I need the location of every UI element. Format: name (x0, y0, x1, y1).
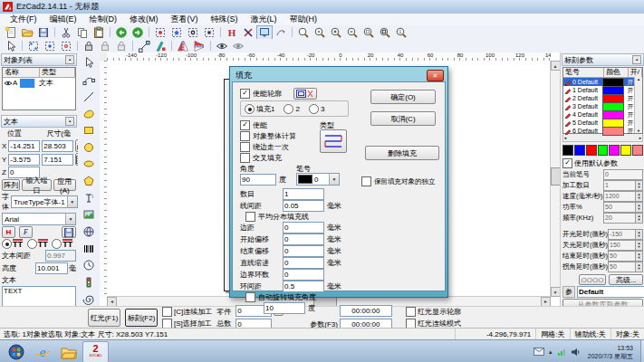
orientation-radio[interactable] (27, 239, 37, 249)
tools-cross-icon[interactable] (240, 25, 256, 40)
save-font-button[interactable] (62, 226, 76, 238)
param-value-field[interactable]: 50▲▼ (603, 202, 643, 213)
param-value-field[interactable]: 50▲▼ (608, 262, 643, 272)
field-input[interactable] (283, 200, 324, 212)
zoom-page-icon[interactable]: 1 (393, 25, 409, 40)
y-size-field[interactable] (42, 154, 73, 166)
param-value-field[interactable]: 0 (603, 169, 643, 180)
cut-icon[interactable] (58, 25, 74, 40)
color-swatch-3[interactable] (598, 145, 609, 156)
save-icon[interactable] (35, 25, 52, 40)
spinner-icon[interactable]: ▲▼ (635, 192, 642, 201)
bold-button[interactable]: H (2, 226, 15, 238)
enable-fill-checkbox[interactable] (240, 120, 250, 130)
undo-icon[interactable] (113, 25, 130, 40)
option-checkbox[interactable] (245, 212, 255, 222)
param-value-field[interactable]: 150▲▼ (608, 240, 643, 251)
polygon-icon[interactable] (80, 173, 98, 190)
field-input[interactable] (283, 188, 324, 200)
x-position-field[interactable] (8, 140, 40, 152)
zoom-window-icon[interactable] (295, 25, 312, 40)
rectangle-icon[interactable] (80, 122, 98, 139)
zoom-move-icon[interactable] (312, 25, 328, 40)
taskbar-clock[interactable]: 13:53 2020/7/3 星期五 (584, 344, 637, 360)
orientation-radio[interactable] (52, 239, 62, 249)
delay-icon[interactable] (80, 257, 98, 274)
eye-icon[interactable] (4, 80, 13, 87)
spinner-icon[interactable]: ▲▼ (635, 252, 642, 261)
pick-object-icon[interactable] (152, 39, 168, 53)
mark-dots-2-icon[interactable] (168, 25, 185, 40)
color-swatch-4[interactable] (609, 145, 620, 156)
y-position-field[interactable] (8, 154, 40, 166)
param-value-field[interactable]: 1200▲▼ (603, 191, 643, 202)
tray-arrow-icon[interactable]: ▲ (548, 349, 553, 355)
field-input[interactable] (283, 281, 324, 292)
pen-row-6[interactable]: 6 Default开 (563, 127, 642, 135)
scroll-down-icon[interactable]: ▼ (551, 287, 561, 297)
color-swatch-6[interactable] (632, 145, 643, 156)
tray-volume-icon[interactable] (571, 348, 581, 357)
mark-button[interactable]: 标刻(F2) (125, 309, 158, 327)
close-icon[interactable]: ✕ (427, 70, 444, 81)
param-value-field[interactable]: 50▲▼ (608, 251, 643, 262)
tray-message-icon[interactable] (533, 348, 544, 356)
eye-hide-icon[interactable] (230, 39, 246, 53)
internet-explorer-icon[interactable]: e (30, 342, 54, 362)
field-input[interactable] (264, 302, 305, 314)
file-explorer-icon[interactable] (56, 342, 81, 362)
text-orientation-option-2[interactable]: TT (52, 239, 76, 249)
field-input[interactable] (283, 233, 324, 245)
spinner-icon[interactable]: ▲▼ (635, 214, 642, 223)
option-checkbox[interactable] (245, 292, 255, 302)
open-icon[interactable] (19, 25, 35, 40)
curve-icon[interactable] (80, 105, 98, 122)
lock-2-icon[interactable] (97, 39, 113, 53)
bitmap-icon[interactable] (80, 206, 98, 224)
zoom-in-icon[interactable] (328, 25, 344, 40)
fill3-radio[interactable] (309, 104, 319, 114)
font-type-select[interactable]: TrueType字体-1 ▼ (11, 195, 78, 208)
hatch-h-icon[interactable]: H (224, 25, 240, 40)
column-type[interactable]: 类型 (40, 68, 75, 78)
panel-pin-icon[interactable]: ▪ (65, 55, 74, 64)
taskbar-ezcad-app[interactable]: 2 EZCAD (82, 341, 109, 362)
ok-button[interactable]: 确定(O) (370, 90, 436, 104)
redo-icon[interactable] (130, 25, 146, 40)
show-contour-checkbox[interactable] (406, 307, 416, 317)
walk-edge-checkbox[interactable] (240, 142, 250, 152)
select-cursor-icon[interactable] (3, 39, 19, 53)
apply-params-button[interactable]: OOOO (579, 274, 606, 285)
delete-fill-button[interactable]: 删除填充 (365, 146, 439, 160)
column-name[interactable]: 名称 (3, 68, 40, 78)
x-size-field[interactable] (42, 140, 73, 152)
text-orientation-option-0[interactable]: TT (2, 239, 26, 249)
spinner-icon[interactable]: ▲▼ (635, 181, 642, 190)
pen-no-select[interactable]: 0 ▼ (296, 173, 340, 186)
io-control-icon[interactable] (80, 274, 98, 291)
scroll-right-icon[interactable]: ► (541, 297, 551, 307)
vertical-scrollbar[interactable]: ▲ ▼ (550, 61, 560, 297)
param-value-field[interactable]: 20▲▼ (603, 213, 643, 224)
field-input[interactable] (283, 269, 324, 281)
ellipse-icon[interactable] (80, 156, 98, 173)
italic-button[interactable]: F (19, 226, 33, 238)
spinner-icon[interactable]: ▲▼ (635, 262, 642, 272)
all-select-icon[interactable] (58, 39, 74, 53)
height-field[interactable] (35, 262, 68, 274)
mirror-vertical-icon[interactable] (191, 39, 207, 53)
scroll-up-icon[interactable]: ▲ (551, 61, 561, 71)
font-name-select[interactable]: Arial ▼ (2, 213, 76, 225)
mark-dots-4-icon[interactable] (201, 25, 217, 40)
device-monitor-icon[interactable] (256, 25, 273, 40)
tray-network-icon[interactable] (557, 348, 567, 357)
paste-icon[interactable] (91, 25, 107, 40)
zoom-select-icon[interactable] (360, 25, 377, 40)
param-value-field[interactable]: -150▲▼ (608, 229, 643, 240)
node-edit-icon[interactable] (80, 71, 98, 89)
show-desktop-button[interactable] (640, 340, 644, 362)
red-light-button[interactable]: 红光(F1) (88, 309, 120, 327)
field-input[interactable] (283, 222, 324, 233)
pen-table-vscroll[interactable]: ▲▼ (634, 77, 642, 133)
eye-show-icon[interactable] (214, 39, 230, 53)
